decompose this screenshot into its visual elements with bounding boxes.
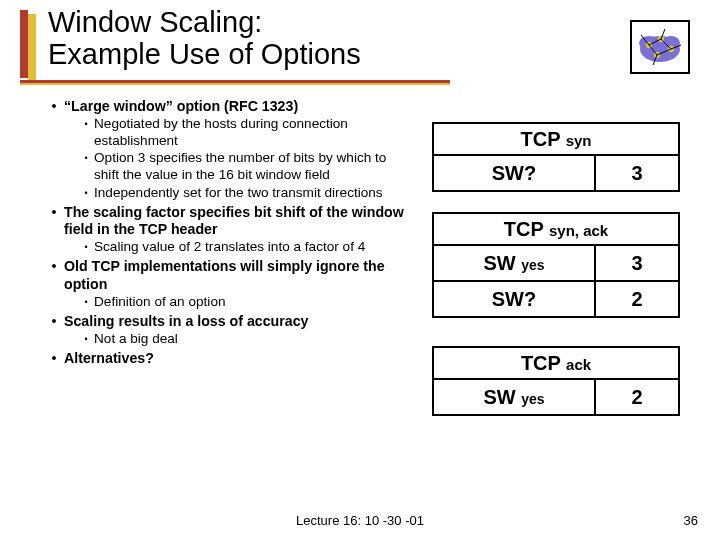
bullet-marker: • [78,294,94,311]
bullet-item: •Not a big deal [78,331,404,348]
footer: Lecture 16: 10 -30 -01 [0,513,720,528]
bullet-text: Old TCP implementations will simply igno… [64,258,404,293]
title-line-2: Example Use of Options [48,38,361,70]
bullet-text: Scaling value of 2 translates into a fac… [94,239,404,256]
packet-cell-left: SW? [432,156,596,192]
bullet-item: •Definition of an option [78,294,404,311]
packet-header: TCP syn [432,122,680,156]
packet-cell-right: 3 [596,156,680,192]
packet-cell-right: 2 [596,282,680,318]
bullet-marker: • [78,239,94,256]
packet-header-sub: ack [566,356,591,373]
network-logo [630,20,690,74]
bullet-marker: • [44,313,64,330]
packet: TCP ackSW yes2 [432,346,696,416]
packet-cell-left-sub: yes [521,391,544,407]
packet-header-main: TCP [521,352,561,374]
bullet-marker: • [44,204,64,239]
packet-cell-left: SW yes [432,246,596,282]
packet-header-main: TCP [520,128,560,150]
packet-diagram: TCP synSW?3TCP syn, ackSW yes3SW?2TCP ac… [432,122,696,418]
bullet-item: •Option 3 specifies the number of bits b… [78,150,404,183]
packet-cell-left-main: SW? [492,288,536,310]
title-line-1: Window Scaling: [48,6,361,38]
packet-row: SW yes3 [432,246,696,282]
title-underline-yellow [20,83,450,85]
title-block: Window Scaling: Example Use of Options [48,6,361,71]
bullet-text: Scaling results in a loss of accuracy [64,313,404,330]
packet-header-sub: syn [566,132,592,149]
bullet-marker: • [78,331,94,348]
bullet-item: •Scaling value of 2 translates into a fa… [78,239,404,256]
packet-cell-left-sub: yes [521,257,544,273]
bullet-text: Not a big deal [94,331,404,348]
bullet-item: •Old TCP implementations will simply ign… [44,258,404,293]
bullet-marker: • [44,350,64,367]
packet-cell-left-main: SW [483,252,515,274]
packet-cell-left: SW? [432,282,596,318]
page-number: 36 [684,513,698,528]
bullet-text: Alternatives? [64,350,404,367]
slide: Window Scaling: Example Use of Options •… [0,0,720,540]
bullet-text: Negotiated by the hosts during connectio… [94,116,404,149]
packet: TCP synSW?3 [432,122,696,192]
packet-cell-left: SW yes [432,380,596,416]
packet-cell-right: 3 [596,246,680,282]
footer-text: Lecture 16: 10 -30 -01 [296,513,424,528]
bullet-marker: • [44,98,64,115]
packet-header: TCP syn, ack [432,212,680,246]
bullet-item: •“Large window” option (RFC 1323) [44,98,404,115]
bullet-text: Independently set for the two transmit d… [94,185,404,202]
packet-cell-left-main: SW? [492,162,536,184]
bullet-item: •Alternatives? [44,350,404,367]
packet-row: SW?3 [432,156,696,192]
packet-header-sub: syn, ack [549,222,608,239]
bullet-list: •“Large window” option (RFC 1323)•Negoti… [44,96,404,368]
bullet-item: •Independently set for the two transmit … [78,185,404,202]
packet-row: SW?2 [432,282,696,318]
bullet-marker: • [78,185,94,202]
packet-header: TCP ack [432,346,680,380]
packet: TCP syn, ackSW yes3SW?2 [432,212,696,318]
packet-header-main: TCP [504,218,544,240]
bullet-item: •The scaling factor specifies bit shift … [44,204,404,239]
packet-cell-left-main: SW [483,386,515,408]
bullet-text: Option 3 specifies the number of bits by… [94,150,404,183]
bullet-item: •Scaling results in a loss of accuracy [44,313,404,330]
accent-bar-yellow [28,14,36,82]
bullet-marker: • [78,150,94,183]
packet-row: SW yes2 [432,380,696,416]
accent-bar-red [20,10,28,78]
bullet-marker: • [78,116,94,149]
packet-cell-right: 2 [596,380,680,416]
bullet-text: Definition of an option [94,294,404,311]
bullet-marker: • [44,258,64,293]
bullet-text: The scaling factor specifies bit shift o… [64,204,404,239]
bullet-text: “Large window” option (RFC 1323) [64,98,404,115]
bullet-item: •Negotiated by the hosts during connecti… [78,116,404,149]
